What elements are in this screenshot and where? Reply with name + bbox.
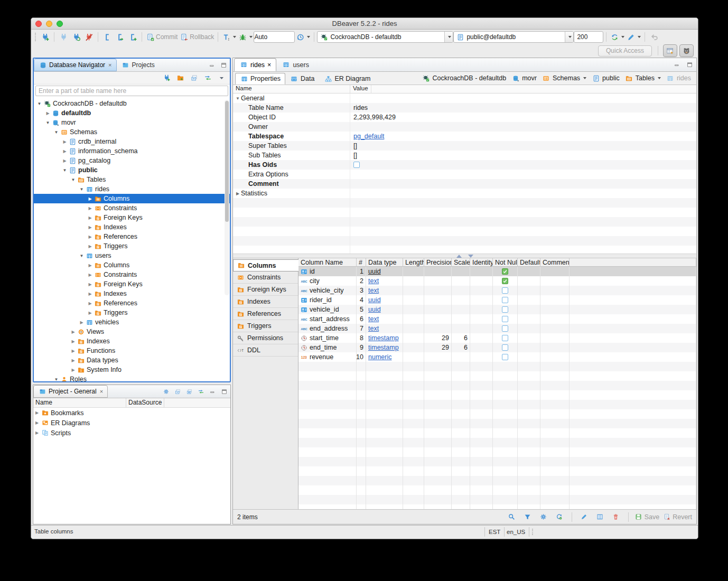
tree-item-defaultdb[interactable]: ▶defaultdb <box>34 108 230 118</box>
breadcrumb-movr[interactable]: movr <box>511 74 537 82</box>
collapse-arrow-icon[interactable]: ▼ <box>44 120 51 125</box>
maximize-panel-icon[interactable] <box>219 61 228 69</box>
expand-arrow-icon[interactable]: ▶ <box>61 158 68 163</box>
fetch-size-input[interactable]: 200 <box>574 31 603 43</box>
grid-row-end-time[interactable]: end_time9timestamp296 <box>298 343 696 352</box>
new-sql-script[interactable] <box>126 31 139 43</box>
expand-arrow-icon[interactable]: ▶ <box>78 320 85 325</box>
gear-button[interactable] <box>537 511 550 523</box>
property-row-object-id[interactable]: Object ID2,293,998,429 <box>233 113 696 122</box>
disconnect[interactable] <box>82 31 95 43</box>
checkbox-has-oids[interactable] <box>353 162 360 168</box>
filter-button[interactable] <box>521 511 534 523</box>
tree-item-data-types[interactable]: ▶Data types <box>34 355 230 365</box>
tree-item-indexes[interactable]: ▶Indexes <box>34 336 230 346</box>
datatype-link[interactable]: timestamp <box>368 334 399 342</box>
open-sql-console[interactable] <box>114 31 126 43</box>
expand-arrow-icon[interactable]: ▶ <box>61 139 68 144</box>
grid-row-end-address[interactable]: ABCend_address7text <box>298 324 696 333</box>
close-icon[interactable] <box>108 62 111 68</box>
minimize-panel-icon[interactable] <box>207 61 217 69</box>
debug-menu[interactable] <box>237 31 254 43</box>
transaction-mode-menu[interactable] <box>221 31 237 43</box>
datatype-link[interactable]: text <box>368 277 379 285</box>
search-button[interactable] <box>506 511 518 523</box>
grid-row-revenue[interactable]: 123revenue10numeric <box>298 352 696 362</box>
expand-arrow-icon[interactable]: ▶ <box>235 191 241 196</box>
expand-arrow-icon[interactable]: ▶ <box>70 349 77 353</box>
maximize-editor-icon[interactable] <box>685 60 694 69</box>
notnull-checkbox[interactable] <box>502 325 508 332</box>
tree-item-references[interactable]: ▶References <box>34 232 230 241</box>
expand-arrow-icon[interactable]: ▶ <box>87 225 94 230</box>
editor-tab-rides[interactable]: rides <box>234 58 276 71</box>
breadcrumb-tables[interactable]: Tables <box>625 74 661 82</box>
notnull-checkbox[interactable] <box>502 335 508 341</box>
collapse-arrow-icon[interactable]: ▼ <box>235 96 241 101</box>
notnull-checkbox[interactable] <box>502 354 508 360</box>
collapse-arrow-icon[interactable]: ▼ <box>61 168 68 173</box>
connection-combo[interactable]: CockroachDB - defaultdb <box>317 31 453 43</box>
breadcrumb-public[interactable]: public <box>592 74 620 82</box>
property-row-sub-tables[interactable]: Sub Tables[] <box>233 151 696 160</box>
expand-arrow-icon[interactable]: ▶ <box>87 311 94 315</box>
expand-arrow-icon[interactable]: ▶ <box>87 282 94 287</box>
expand-arrow-icon[interactable]: ▶ <box>61 149 68 154</box>
expand-arrow-icon[interactable]: ▶ <box>44 111 51 116</box>
back-history[interactable] <box>648 31 660 43</box>
link-editor-button[interactable] <box>196 387 206 396</box>
subtab-er-diagram[interactable]: ER Diagram <box>319 73 375 85</box>
datatype-link[interactable]: numeric <box>368 353 391 361</box>
tree-item-crdb-internal[interactable]: ▶crdb_internal <box>34 137 230 146</box>
grid-header-not-null[interactable]: Not Null <box>493 258 518 267</box>
datatype-link[interactable]: uuid <box>368 268 381 275</box>
tree-item-schemas[interactable]: ▼Schemas <box>34 127 230 137</box>
tree-item-constraints[interactable]: ▶Constraints <box>34 203 230 213</box>
minimize-editor-icon[interactable] <box>672 60 682 69</box>
tree-item-functions[interactable]: ▶Functions <box>34 346 230 355</box>
tree-item-rides[interactable]: ▼rides <box>34 184 230 194</box>
expand-arrow-icon[interactable]: ▶ <box>33 420 41 425</box>
close-icon[interactable] <box>267 61 271 69</box>
object-tab-triggers[interactable]: Triggers <box>233 320 298 332</box>
expand-arrow-icon[interactable]: ▶ <box>87 215 94 220</box>
notnull-checkbox[interactable] <box>502 297 508 303</box>
maximize-panel-icon[interactable] <box>219 387 229 396</box>
project-item-bookmarks[interactable]: ▶Bookmarks <box>33 408 230 418</box>
collapse-arrow-icon[interactable]: ▼ <box>36 101 43 106</box>
plug-new-button[interactable] <box>160 72 173 85</box>
tree-item-foreign-keys[interactable]: ▶Foreign Keys <box>34 279 230 289</box>
grid-row-start-address[interactable]: ABCstart_address6text <box>298 314 696 324</box>
datatype-link[interactable]: text <box>368 287 379 294</box>
tree-item-information-schema[interactable]: ▶information_schema <box>34 146 230 156</box>
sync-menu[interactable] <box>609 31 626 43</box>
folder-new-button[interactable] <box>174 72 186 85</box>
subtab-properties[interactable]: Properties <box>235 73 285 85</box>
breadcrumb-schemas[interactable]: Schemas <box>542 74 586 82</box>
breadcrumb-cockroachdb-defaultdb[interactable]: CockroachDB - defaultdb <box>422 74 507 82</box>
tab-projects[interactable]: Projects <box>117 59 160 71</box>
collapse-all-button[interactable] <box>188 72 200 85</box>
expand-arrow-icon[interactable]: ▶ <box>87 263 94 268</box>
grid-row-city[interactable]: ABCcity2text <box>298 276 696 286</box>
grid-header-data-type[interactable]: Data type <box>366 258 403 267</box>
table-filter-input[interactable] <box>35 86 228 96</box>
expand-arrow-icon[interactable]: ▶ <box>87 301 94 306</box>
grid-header-precision[interactable]: Precision <box>424 258 452 267</box>
tab-database-navigator[interactable]: Database Navigator <box>34 59 117 71</box>
dbeaver-perspective-button[interactable] <box>679 44 694 57</box>
expand-arrow-icon[interactable]: ▶ <box>33 410 41 415</box>
property-row-tablespace[interactable]: Tablespacepg_default <box>233 132 696 141</box>
grid-row-id[interactable]: id1uuid <box>298 267 696 276</box>
tree-item-roles[interactable]: ▼Roles <box>34 374 230 381</box>
property-row-table-name[interactable]: Table Namerides <box>233 103 696 113</box>
open-perspective-button[interactable] <box>663 44 677 57</box>
tree-item-columns[interactable]: ▶Columns <box>34 260 230 270</box>
tree-item-users[interactable]: ▼users <box>34 251 230 260</box>
expand-arrow-icon[interactable]: ▶ <box>87 292 94 296</box>
tree-item-public[interactable]: ▼public <box>34 165 230 175</box>
property-row-general[interactable]: ▼General <box>233 93 696 103</box>
collapse-all-button[interactable] <box>173 387 182 396</box>
rollback-button[interactable]: Rollback <box>179 31 215 43</box>
notnull-checkbox[interactable] <box>502 344 508 351</box>
